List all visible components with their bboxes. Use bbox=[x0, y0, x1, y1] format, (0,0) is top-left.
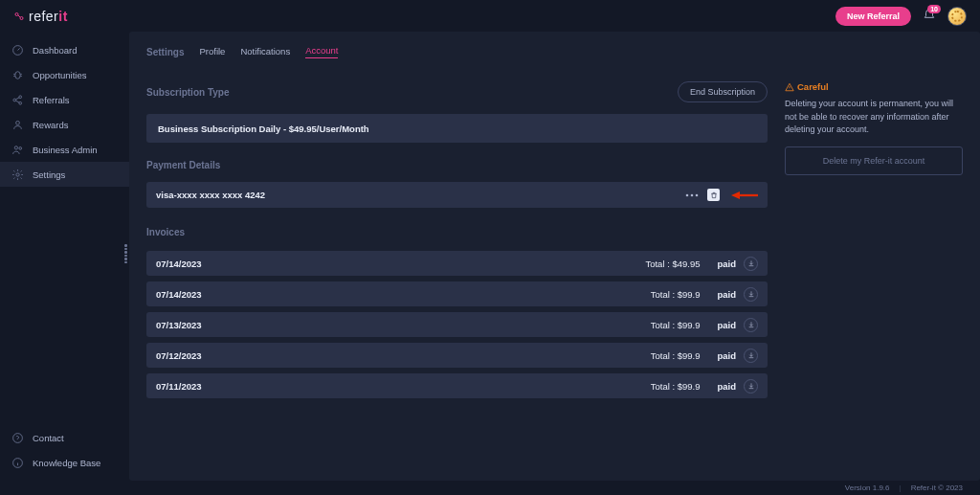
invoice-total: Total : $99.9 bbox=[651, 289, 701, 300]
invoice-row: 07/13/2023Total : $99.9paid bbox=[146, 312, 768, 337]
svg-point-14 bbox=[691, 193, 694, 196]
drag-handle-icon[interactable] bbox=[124, 244, 127, 263]
notifications-button[interactable]: 10 bbox=[923, 9, 936, 24]
annotation-arrow-icon bbox=[731, 191, 758, 200]
sidebar-item-rewards[interactable]: Rewards bbox=[0, 112, 129, 137]
payment-card-row: visa-xxxx xxxx xxxx 4242 bbox=[146, 182, 768, 208]
delete-warning-text: Deleting your account is permanent, you … bbox=[785, 98, 963, 137]
logo-text: referit bbox=[29, 9, 68, 24]
invoices-header: Invoices bbox=[146, 227, 768, 237]
download-icon bbox=[747, 382, 755, 390]
help-icon bbox=[11, 432, 24, 444]
settings-tabs: Settings Profile Notifications Account bbox=[129, 32, 980, 72]
payment-header: Payment Details bbox=[146, 160, 768, 170]
sidebar-item-label: Rewards bbox=[33, 120, 69, 130]
sidebar-item-label: Business Admin bbox=[33, 145, 98, 155]
sidebar-item-knowledge-base[interactable]: Knowledge Base bbox=[0, 450, 129, 475]
download-invoice-button[interactable] bbox=[744, 349, 758, 363]
subscription-header: Subscription Type End Subscription bbox=[146, 81, 768, 102]
svg-point-13 bbox=[686, 193, 689, 196]
invoices-title: Invoices bbox=[146, 227, 185, 237]
sidebar-item-business-admin[interactable]: Business Admin bbox=[0, 137, 129, 162]
svg-point-9 bbox=[19, 146, 22, 149]
download-icon bbox=[747, 321, 755, 328]
delete-account-button[interactable]: Delete my Refer-it account bbox=[785, 146, 963, 175]
users-icon bbox=[11, 144, 24, 156]
invoice-date: 07/12/2023 bbox=[156, 350, 651, 361]
sidebar-item-settings[interactable]: Settings bbox=[0, 162, 129, 187]
invoice-status: paid bbox=[717, 381, 736, 392]
tab-account[interactable]: Account bbox=[305, 45, 338, 58]
user-gear-icon bbox=[11, 119, 24, 131]
sidebar: Dashboard Opportunities Referrals Reward… bbox=[0, 32, 129, 481]
sidebar-item-label: Settings bbox=[33, 169, 65, 180]
sidebar-item-label: Referrals bbox=[33, 95, 70, 105]
download-invoice-button[interactable] bbox=[744, 257, 758, 271]
more-options-button[interactable] bbox=[684, 188, 700, 203]
subscription-plan: Business Subscription Daily - $49.95/Use… bbox=[146, 114, 768, 143]
svg-point-3 bbox=[15, 71, 20, 79]
download-icon bbox=[747, 290, 755, 298]
end-subscription-button[interactable]: End Subscription bbox=[678, 81, 768, 102]
avatar[interactable] bbox=[947, 7, 967, 26]
copyright-text: Refer-it © 2023 bbox=[911, 484, 963, 492]
gear-icon bbox=[11, 169, 24, 181]
download-icon bbox=[747, 259, 755, 267]
svg-point-1 bbox=[20, 16, 23, 19]
notification-badge: 10 bbox=[927, 5, 941, 13]
invoice-total: Total : $99.9 bbox=[651, 381, 701, 392]
invoice-row: 07/14/2023Total : $99.9paid bbox=[146, 281, 768, 306]
svg-point-10 bbox=[16, 172, 19, 175]
invoice-date: 07/11/2023 bbox=[156, 381, 651, 392]
invoices-list: 07/14/2023Total : $49.95paid07/14/2023To… bbox=[146, 251, 768, 398]
bug-icon bbox=[11, 69, 24, 81]
warning-icon bbox=[785, 82, 794, 92]
invoice-status: paid bbox=[717, 320, 736, 330]
sidebar-item-label: Knowledge Base bbox=[33, 458, 100, 468]
careful-label: Careful bbox=[785, 81, 963, 92]
sidebar-item-dashboard[interactable]: Dashboard bbox=[0, 37, 129, 62]
invoice-status: paid bbox=[717, 289, 736, 300]
invoice-row: 07/11/2023Total : $99.9paid bbox=[146, 373, 768, 398]
invoice-status: paid bbox=[717, 259, 736, 269]
invoice-total: Total : $99.9 bbox=[651, 350, 701, 361]
sidebar-item-label: Contact bbox=[33, 433, 64, 443]
invoice-total: Total : $99.9 bbox=[651, 320, 701, 330]
invoice-total: Total : $49.95 bbox=[645, 259, 700, 269]
main-panel: Settings Profile Notifications Account S… bbox=[129, 32, 980, 481]
page-title: Settings bbox=[146, 47, 184, 57]
gauge-icon bbox=[11, 44, 24, 56]
sidebar-item-opportunities[interactable]: Opportunities bbox=[0, 62, 129, 87]
sidebar-item-contact[interactable]: Contact bbox=[0, 425, 129, 450]
logo[interactable]: referit bbox=[13, 9, 68, 24]
invoice-row: 07/14/2023Total : $49.95paid bbox=[146, 251, 768, 276]
svg-point-0 bbox=[15, 12, 18, 15]
sidebar-item-referrals[interactable]: Referrals bbox=[0, 87, 129, 112]
svg-point-15 bbox=[696, 193, 699, 196]
invoice-row: 07/12/2023Total : $99.9paid bbox=[146, 343, 768, 368]
invoice-status: paid bbox=[717, 350, 736, 361]
share-icon bbox=[11, 94, 24, 106]
version-text: Version 1.9.6 bbox=[845, 484, 890, 492]
info-icon bbox=[11, 457, 24, 469]
invoice-date: 07/13/2023 bbox=[156, 320, 651, 330]
dots-icon bbox=[685, 193, 699, 197]
download-invoice-button[interactable] bbox=[744, 318, 758, 332]
sidebar-item-label: Dashboard bbox=[33, 45, 77, 56]
subscription-title: Subscription Type bbox=[146, 87, 230, 98]
invoice-date: 07/14/2023 bbox=[156, 289, 651, 300]
download-invoice-button[interactable] bbox=[744, 287, 758, 302]
delete-card-button[interactable] bbox=[707, 189, 720, 201]
top-bar: referit New Referral 10 bbox=[0, 0, 980, 32]
tab-profile[interactable]: Profile bbox=[199, 46, 225, 58]
payment-card-text: visa-xxxx xxxx xxxx 4242 bbox=[156, 190, 677, 200]
svg-point-7 bbox=[16, 121, 20, 124]
trash-icon bbox=[710, 191, 718, 199]
sidebar-item-label: Opportunities bbox=[33, 70, 87, 80]
footer: Version 1.9.6 | Refer-it © 2023 bbox=[0, 481, 980, 495]
payment-title: Payment Details bbox=[146, 160, 220, 170]
tab-notifications[interactable]: Notifications bbox=[240, 46, 290, 58]
download-invoice-button[interactable] bbox=[744, 379, 758, 394]
invoice-date: 07/14/2023 bbox=[156, 259, 645, 269]
new-referral-button[interactable]: New Referral bbox=[835, 7, 911, 26]
